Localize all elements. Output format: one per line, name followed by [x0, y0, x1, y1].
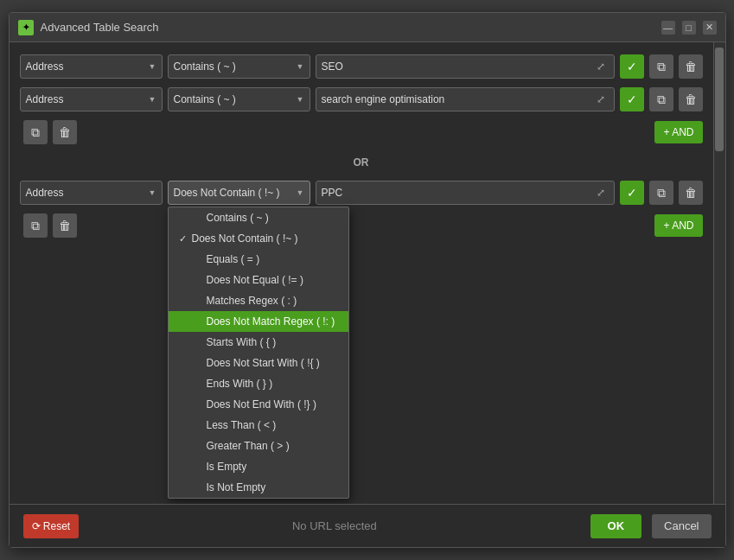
dropdown-item-does-not-end-with[interactable]: Does Not End With ( !} )	[169, 394, 348, 415]
expand-icon[interactable]: ⤢	[593, 185, 609, 200]
chevron-down-icon: ▼	[149, 95, 156, 104]
value-input-1[interactable]: SEO ⤢	[316, 54, 615, 79]
confirm-button-1[interactable]: ✓	[620, 54, 644, 79]
dropdown-item-does-not-start-with[interactable]: Does Not Start With ( !{ )	[169, 353, 348, 373]
row-actions-1: ⧉ 🗑 + AND	[20, 118, 703, 146]
filter-row-2: Address ▼ Contains ( ~ ) ▼ search engine…	[20, 86, 703, 113]
chevron-down-icon: ▼	[297, 62, 304, 71]
copy-group-button-2[interactable]: ⧉	[23, 213, 48, 238]
delete-button-2[interactable]: 🗑	[679, 87, 703, 111]
reset-button[interactable]: ⟳ Reset	[23, 514, 80, 538]
condition-select-3[interactable]: Does Not Contain ( !~ ) ▼	[168, 181, 310, 205]
chevron-down-icon: ▼	[149, 62, 156, 71]
delete-group-button-1[interactable]: 🗑	[53, 120, 77, 144]
dropdown-item-less-than[interactable]: Less Than ( < )	[169, 415, 348, 436]
ok-button[interactable]: OK	[590, 514, 642, 538]
field-select-1[interactable]: Address ▼	[20, 54, 163, 79]
dropdown-item-matches-regex[interactable]: Matches Regex ( : )	[169, 290, 348, 311]
condition-select-2[interactable]: Contains ( ~ ) ▼	[168, 87, 310, 111]
value-input-2[interactable]: search engine optimisation ⤢	[316, 87, 615, 111]
dropdown-item-does-not-contain[interactable]: Does Not Contain ( !~ )	[169, 228, 348, 249]
content-area: Address ▼ Contains ( ~ ) ▼ SEO ⤢ ✓ ⧉ 🗑	[10, 42, 725, 504]
confirm-button-2[interactable]: ✓	[620, 87, 644, 111]
delete-group-button-2[interactable]: 🗑	[53, 213, 77, 238]
main-area: Address ▼ Contains ( ~ ) ▼ SEO ⤢ ✓ ⧉ 🗑	[10, 42, 713, 504]
minimize-button[interactable]: —	[661, 21, 675, 35]
maximize-button[interactable]: □	[682, 21, 696, 35]
bottom-bar: ⟳ Reset No URL selected OK Cancel	[10, 504, 725, 547]
delete-button-1[interactable]: 🗑	[679, 54, 703, 79]
field-select-2[interactable]: Address ▼	[20, 87, 163, 111]
advanced-table-search-window: ✦ Advanced Table Search — □ ✕ Address ▼ …	[9, 12, 726, 548]
dropdown-item-starts-with[interactable]: Starts With ( { )	[169, 332, 348, 353]
filter-row-1: Address ▼ Contains ( ~ ) ▼ SEO ⤢ ✓ ⧉ 🗑	[20, 53, 703, 80]
expand-icon[interactable]: ⤢	[593, 59, 609, 74]
row-actions-2: ⧉ 🗑 + AND	[20, 212, 703, 239]
condition-select-1[interactable]: Contains ( ~ ) ▼	[168, 54, 310, 79]
dropdown-item-does-not-match-regex[interactable]: Does Not Match Regex ( !: )	[169, 311, 348, 332]
dropdown-item-greater-than[interactable]: Greater Than ( > )	[169, 436, 348, 456]
window-controls: — □ ✕	[661, 21, 717, 35]
copy-button-1[interactable]: ⧉	[649, 54, 673, 79]
window-title: Advanced Table Search	[41, 21, 654, 34]
filter-row-3: Address ▼ Does Not Contain ( !~ ) ▼ Cont…	[20, 179, 703, 207]
chevron-down-icon: ▼	[297, 95, 304, 104]
condition-dropdown-menu: Contains ( ~ ) Does Not Contain ( !~ ) E…	[168, 207, 349, 499]
add-and-button-2[interactable]: + AND	[654, 214, 702, 237]
app-icon: ✦	[18, 20, 34, 35]
value-input-3[interactable]: PPC ⤢	[316, 181, 615, 205]
close-button[interactable]: ✕	[703, 21, 717, 35]
dropdown-item-is-empty[interactable]: Is Empty	[169, 456, 348, 477]
confirm-button-3[interactable]: ✓	[620, 181, 644, 205]
dropdown-item-ends-with[interactable]: Ends With ( } )	[169, 373, 348, 394]
dropdown-item-does-not-equal[interactable]: Does Not Equal ( != )	[169, 270, 348, 290]
chevron-down-icon: ▼	[297, 188, 304, 197]
or-divider: OR	[20, 151, 703, 174]
condition-dropdown-container: Does Not Contain ( !~ ) ▼ Contains ( ~ )…	[168, 181, 310, 205]
add-and-button-1[interactable]: + AND	[654, 121, 702, 143]
copy-group-button-1[interactable]: ⧉	[23, 120, 48, 144]
expand-icon[interactable]: ⤢	[593, 92, 609, 107]
dropdown-item-contains[interactable]: Contains ( ~ )	[169, 207, 348, 228]
cancel-button[interactable]: Cancel	[652, 514, 711, 538]
field-select-3[interactable]: Address ▼	[20, 181, 163, 205]
title-bar: ✦ Advanced Table Search — □ ✕	[10, 13, 725, 42]
delete-button-3[interactable]: 🗑	[679, 181, 703, 205]
copy-button-3[interactable]: ⧉	[649, 181, 673, 205]
chevron-down-icon: ▼	[149, 188, 156, 197]
dropdown-item-is-not-empty[interactable]: Is Not Empty	[169, 477, 348, 498]
dropdown-item-equals[interactable]: Equals ( = )	[169, 249, 348, 270]
status-text: No URL selected	[89, 519, 579, 532]
copy-button-2[interactable]: ⧉	[649, 87, 673, 111]
scrollbar[interactable]	[713, 42, 725, 504]
scroll-thumb[interactable]	[715, 48, 724, 151]
